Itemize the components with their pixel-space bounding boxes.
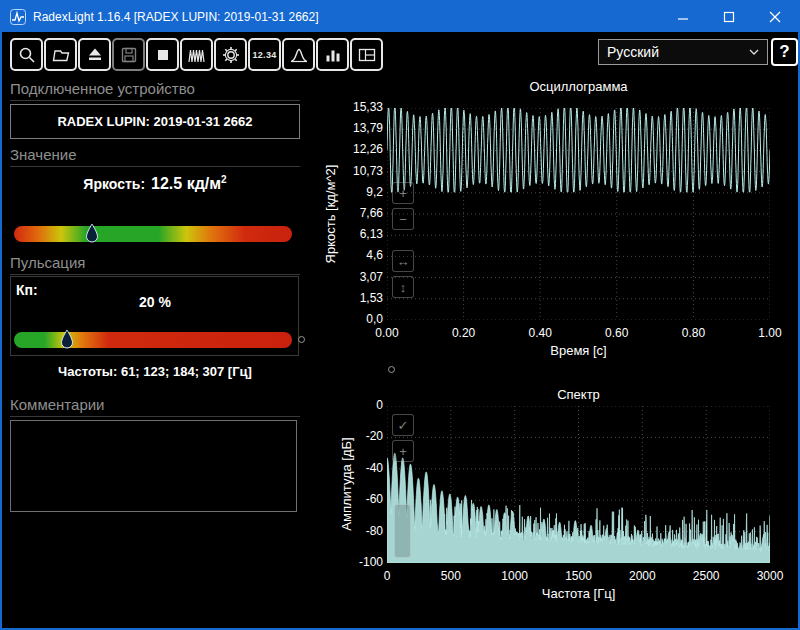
preview-button[interactable] [10,38,43,71]
tick-label: 7,66 [331,206,383,220]
luminance-marker [85,223,99,244]
tick-label: 1,53 [331,291,383,305]
language-selected-value: Русский [607,44,659,60]
eject-icon [85,45,105,65]
open-file-button[interactable] [44,38,77,71]
spectrum-view-button[interactable] [316,38,349,71]
app-window: RadexLight 1.16.4 [RADEX LUPIN: 2019-01-… [0,0,800,630]
layout-button[interactable] [350,38,383,71]
tick-label: -40 [331,461,383,475]
settings-button[interactable] [214,38,247,71]
minimize-button[interactable] [660,2,706,32]
spectrum-ylabel: Амплитуда [дБ] [339,437,354,530]
tick-label: 2000 [620,569,664,583]
tick-label: 0 [331,398,383,412]
tick-label: 3,07 [331,270,383,284]
pulsation-value: 20 % [10,294,300,310]
luminance-value: 12.5 кд/м2 [151,174,227,193]
layout-panels-icon [357,45,377,65]
oscillogram-plot[interactable] [387,108,770,320]
tick-label: 0 [365,569,409,583]
luminance-gauge [14,224,292,245]
spectrum-title: Спектр [387,387,770,402]
help-label: ? [779,42,789,62]
pulsation-gauge-bar [14,332,292,348]
stop-button[interactable] [146,38,179,71]
zoom-out-button[interactable]: − [392,208,414,230]
tick-label: 6,13 [331,227,383,241]
comments-section-header: Комментарии [10,396,300,417]
magnifier-icon [17,45,37,65]
help-button[interactable]: ? [771,38,798,66]
app-icon [10,9,26,25]
close-button[interactable] [752,2,798,32]
maximize-icon [723,11,735,23]
spectrum-plot[interactable] [387,406,770,563]
spectrum-canvas [387,406,770,563]
luminance-gauge-bar [14,226,292,242]
tick-label: 1.00 [748,326,792,340]
zoom-in-button[interactable]: + [392,182,414,204]
curve-view-button[interactable] [282,38,315,71]
oscillogram-title: Осциллограмма [387,79,770,94]
tick-label: 1000 [493,569,537,583]
tick-label: 2500 [684,569,728,583]
autoscale-button[interactable]: ✓ [392,414,414,436]
tick-label: 12,26 [331,142,383,156]
tick-label: 3000 [748,569,792,583]
window-title: RadexLight 1.16.4 [RADEX LUPIN: 2019-01-… [33,10,319,24]
tick-label: 1500 [557,569,601,583]
curve-icon [289,45,309,65]
scale-slider[interactable] [394,504,411,558]
pulsation-gauge [14,330,292,351]
waveform-icon [187,45,207,65]
tick-label: 4,6 [331,248,383,262]
device-name-box: RADEX LUPIN: 2019-01-31 2662 [10,104,300,139]
gear-icon [221,45,241,65]
spectrum-zoom-in-button[interactable]: + [392,440,414,462]
minimize-icon [677,11,689,23]
oscillogram-mode-button[interactable] [180,38,213,71]
tick-label: -100 [331,555,383,569]
open-folder-icon [51,45,71,65]
oscillogram-canvas [387,108,770,320]
tick-label: 9,2 [331,185,383,199]
luminance-value-row: Яркость: 12.5 кд/м2 [10,174,300,193]
pulsation-marker [60,329,74,350]
tick-label: 0.60 [595,326,639,340]
tick-label: 0.40 [518,326,562,340]
eject-button[interactable] [78,38,111,71]
language-select[interactable]: Русский [598,39,768,65]
window-controls [660,2,798,32]
tick-label: 15,33 [331,100,383,114]
tick-label: 13,79 [331,121,383,135]
tick-label: 0.20 [442,326,486,340]
maximize-button[interactable] [706,2,752,32]
comments-input[interactable] [10,420,297,512]
fit-vertical-button[interactable]: ↕ [392,276,414,298]
save-button[interactable] [112,38,145,71]
value-section-header: Значение [10,146,300,167]
chevron-down-icon [749,49,759,55]
pulsation-section-header: Пульсация [10,254,300,275]
titlebar: RadexLight 1.16.4 [RADEX LUPIN: 2019-01-… [2,2,798,32]
tick-label: 500 [429,569,473,583]
tick-label: -60 [331,492,383,506]
tick-label: 0.80 [671,326,715,340]
tick-label: 10,73 [331,164,383,178]
tick-label: 0.00 [365,326,409,340]
tick-label: 0,0 [331,312,383,326]
device-section-header: Подключенное устройство [10,80,300,101]
fit-horizontal-button[interactable]: ↔ [392,250,414,272]
device-name: RADEX LUPIN: 2019-01-31 2662 [57,114,252,129]
pulsation-frequencies: Частоты: 61; 123; 184; 307 [Гц] [10,364,300,379]
stop-icon [153,45,173,65]
panel-handle-dot [298,336,305,343]
chart-handle-dot [388,366,395,373]
oscillogram-xlabel: Время [с] [387,343,770,358]
numeric-display-icon: 12.34 [252,50,276,60]
luminance-label: Яркость: [83,176,145,192]
numeric-display-button[interactable]: 12.34 [248,38,281,71]
tick-label: -20 [331,429,383,443]
close-icon [769,11,781,23]
